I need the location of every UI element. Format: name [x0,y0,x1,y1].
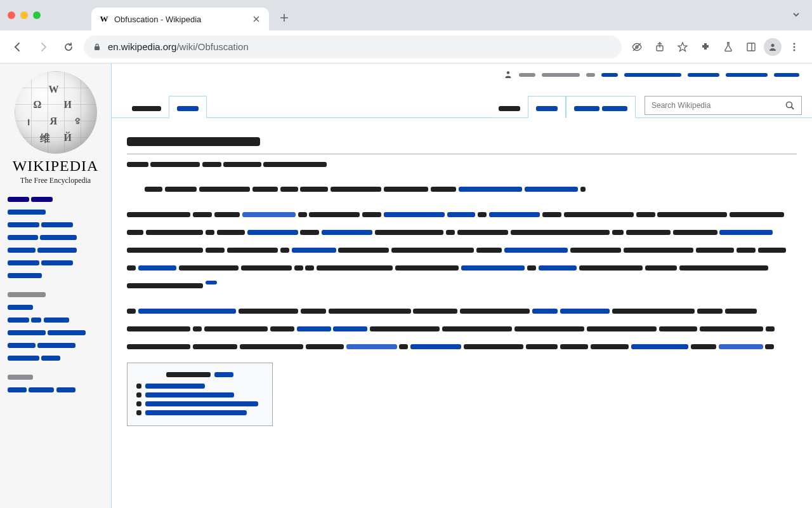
article-body [112,118,812,507]
wiki-globe-icon: W Ω И ו Я ꯱ 维 Й [15,71,97,154]
wiki-sidebar: W Ω И ו Я ꯱ 维 Й WIKIPEDIA The Free Encyc… [0,64,112,508]
sidebar-item[interactable] [8,207,103,216]
window-minimize[interactable] [20,11,28,19]
userbar-item[interactable] [519,70,535,78]
wiki-logo[interactable]: W Ω И ו Я ꯱ 维 Й WIKIPEDIA The Free Encyc… [8,71,103,185]
sidebar-item[interactable] [8,302,103,311]
user-icon[interactable] [504,70,513,79]
svg-rect-0 [95,46,100,50]
url-text: en.wikipedia.org/wiki/Obfuscation [108,41,249,52]
new-tab-button[interactable] [275,9,293,27]
toc-item[interactable] [136,384,263,389]
browser-tab[interactable]: W Obfuscation - Wikipedia [91,8,269,30]
wiki-content [112,64,812,508]
bookmark-star-icon[interactable] [672,37,693,57]
share-icon[interactable] [650,37,670,57]
sidebar-item[interactable] [8,340,103,349]
window-controls [8,11,41,19]
profile-avatar[interactable] [764,38,782,56]
svg-point-10 [507,71,509,74]
wiki-userbar [504,70,799,79]
window-zoom[interactable] [33,11,41,19]
toc-item[interactable] [136,401,263,406]
article-paragraph [127,180,797,197]
userbar-item[interactable] [688,70,719,78]
sidebar-item[interactable] [8,258,103,267]
sidebar-item[interactable] [8,353,103,362]
userbar-item[interactable] [726,70,768,78]
chrome-menu-icon[interactable] [784,37,804,57]
window-close[interactable] [8,11,15,19]
nav-reload-button[interactable] [58,37,79,57]
article-paragraph [127,302,797,355]
tab-title: Obfuscation - Wikipedia [114,15,246,24]
userbar-item[interactable] [601,70,618,78]
site-lock-icon [93,43,102,51]
svg-point-6 [771,44,775,47]
sidebar-item[interactable] [8,315,103,324]
wiki-search-input[interactable] [652,101,782,110]
sidebar-heading [8,290,103,298]
tabstrip-chevron-icon[interactable] [792,10,801,19]
article-title [127,130,797,154]
toc-item[interactable] [136,410,263,415]
page-content: W Ω И ו Я ꯱ 维 Й WIKIPEDIA The Free Encyc… [0,64,812,508]
sidebar-item[interactable] [8,220,103,229]
svg-rect-4 [747,43,755,51]
userbar-item[interactable] [586,70,595,78]
article-subline [127,159,797,168]
extensions-icon[interactable] [695,37,716,57]
sidebar-item[interactable] [8,245,103,254]
tab-talk[interactable] [169,96,207,118]
userbar-item[interactable] [542,70,580,78]
article-paragraph [127,205,797,294]
tab-close-icon[interactable] [251,14,261,24]
address-bar[interactable]: en.wikipedia.org/wiki/Obfuscation [84,36,622,58]
userbar-item[interactable] [624,70,681,78]
browser-tabstrip: W Obfuscation - Wikipedia [0,0,812,30]
tab-favicon: W [99,14,109,24]
toc-item[interactable] [136,392,263,398]
sidebar-item[interactable] [8,271,103,279]
toc-title [136,370,263,378]
sidebar-item[interactable] [8,194,103,203]
browser-toolbar: en.wikipedia.org/wiki/Obfuscation [0,30,812,64]
tab-article[interactable] [124,97,169,117]
search-icon[interactable] [782,100,797,110]
sidebar-item[interactable] [8,385,103,394]
nav-back-button[interactable] [8,37,28,57]
sidebar-heading [8,372,103,381]
svg-point-8 [794,46,796,48]
svg-point-11 [787,102,792,108]
svg-point-7 [794,43,796,44]
svg-line-12 [792,107,794,110]
tab-history[interactable] [566,96,636,118]
wiki-wordmark: WIKIPEDIA [8,157,103,175]
wiki-search[interactable] [645,96,802,115]
sidebar-item[interactable] [8,232,103,241]
nav-forward-button[interactable] [33,37,53,57]
wiki-page-tabs [112,93,812,118]
svg-point-9 [794,49,796,51]
eye-off-icon[interactable] [627,37,647,57]
wiki-tagline: The Free Encyclopedia [8,176,103,185]
sidebar-item[interactable] [8,328,103,337]
labs-icon[interactable] [718,37,738,57]
toc-box [127,363,273,426]
userbar-item[interactable] [774,70,799,78]
tab-read[interactable] [491,97,528,117]
tab-edit[interactable] [528,96,566,118]
sidebar-nav [8,194,103,394]
sidepanel-icon[interactable] [741,37,761,57]
